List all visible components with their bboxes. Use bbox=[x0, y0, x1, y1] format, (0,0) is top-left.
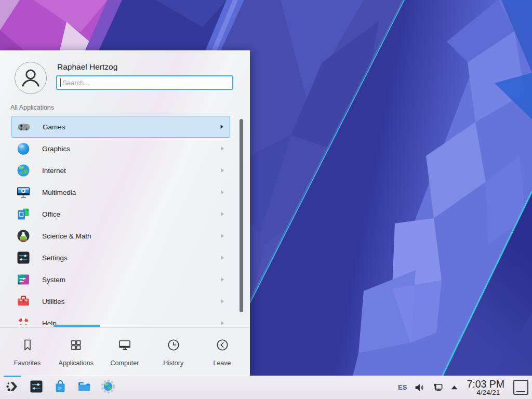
utilities-icon bbox=[16, 294, 31, 309]
history-icon bbox=[166, 337, 181, 355]
submenu-arrow-icon bbox=[220, 277, 224, 282]
category-item-office[interactable]: Office bbox=[11, 203, 230, 225]
digital-clock[interactable]: 7:03 PM 4/24/21 bbox=[467, 379, 504, 397]
taskbar: ES 7:03 PM bbox=[0, 376, 532, 399]
desktop: Raphael Hertzog All Applications GamesGr… bbox=[0, 0, 532, 399]
tab-label: Applications bbox=[59, 360, 94, 367]
category-item-science-math[interactable]: Science & Math bbox=[11, 225, 230, 247]
taskbar-file-manager-button[interactable] bbox=[76, 379, 92, 396]
games-icon bbox=[17, 119, 31, 134]
folder-icon bbox=[76, 379, 92, 396]
category-item-games[interactable]: Games bbox=[11, 116, 230, 138]
user-avatar[interactable] bbox=[15, 62, 47, 94]
category-item-graphics[interactable]: Graphics bbox=[11, 138, 230, 159]
taskbar-system-settings-button[interactable] bbox=[28, 379, 45, 396]
leave-icon bbox=[215, 337, 230, 355]
expand-tray-caret-icon[interactable] bbox=[450, 384, 458, 390]
category-label: Science & Math bbox=[42, 232, 91, 240]
taskbar-discover-button[interactable] bbox=[52, 379, 69, 396]
section-label: All Applications bbox=[10, 104, 54, 111]
tab-computer[interactable]: Computer bbox=[102, 328, 148, 376]
help-icon bbox=[16, 316, 31, 325]
tab-bar: FavoritesApplicationsComputerHistoryLeav… bbox=[0, 328, 249, 376]
web-browser-icon bbox=[100, 379, 116, 396]
clock-date: 4/24/21 bbox=[467, 389, 504, 396]
applications-icon bbox=[68, 337, 84, 355]
taskbar-launchers bbox=[0, 379, 116, 396]
favorites-icon bbox=[20, 337, 35, 355]
graphics-icon bbox=[16, 141, 31, 156]
launcher-header: Raphael Hertzog bbox=[0, 51, 249, 97]
kickoff-icon bbox=[5, 379, 20, 396]
user-icon bbox=[16, 63, 46, 93]
multimedia-icon bbox=[16, 185, 31, 200]
discover-icon bbox=[52, 379, 68, 396]
category-label: Office bbox=[42, 210, 60, 218]
scrollbar-thumb[interactable] bbox=[240, 119, 243, 312]
tab-leave[interactable]: Leave bbox=[199, 328, 245, 376]
category-label: Graphics bbox=[42, 145, 70, 153]
tab-applications[interactable]: Applications bbox=[53, 328, 99, 376]
category-item-help[interactable]: Help bbox=[11, 312, 230, 325]
science-icon bbox=[16, 229, 31, 243]
category-label: Utilities bbox=[42, 298, 65, 305]
show-desktop-button[interactable] bbox=[513, 380, 528, 395]
computer-icon bbox=[117, 337, 132, 355]
submenu-arrow-icon bbox=[220, 124, 224, 129]
category-label: Multimedia bbox=[42, 189, 76, 196]
system-settings-icon bbox=[29, 379, 44, 396]
taskbar-web-browser-button[interactable] bbox=[100, 379, 116, 396]
clock-time: 7:03 PM bbox=[467, 379, 504, 389]
internet-icon bbox=[16, 163, 31, 178]
settings-icon bbox=[16, 250, 31, 265]
submenu-arrow-icon bbox=[220, 321, 224, 325]
system-tray: ES 7:03 PM bbox=[398, 379, 532, 397]
search-field-wrap bbox=[56, 75, 233, 90]
text-cursor bbox=[60, 78, 61, 87]
category-label: System bbox=[42, 276, 65, 284]
category-item-internet[interactable]: Internet bbox=[11, 159, 230, 181]
search-input[interactable] bbox=[56, 75, 233, 90]
category-item-system[interactable]: System bbox=[11, 269, 230, 290]
application-launcher-menu: Raphael Hertzog All Applications GamesGr… bbox=[0, 50, 250, 376]
category-label: Games bbox=[43, 123, 65, 131]
tab-label: History bbox=[163, 360, 183, 367]
submenu-arrow-icon bbox=[220, 255, 224, 260]
tab-label: Computer bbox=[111, 360, 139, 367]
network-icon[interactable] bbox=[432, 381, 444, 393]
active-app-indicator bbox=[4, 376, 21, 377]
tab-history[interactable]: History bbox=[150, 328, 196, 376]
tab-label: Leave bbox=[213, 360, 231, 367]
category-label: Settings bbox=[42, 254, 68, 262]
submenu-arrow-icon bbox=[220, 146, 224, 151]
submenu-arrow-icon bbox=[220, 299, 224, 304]
category-item-multimedia[interactable]: Multimedia bbox=[11, 181, 230, 203]
submenu-arrow-icon bbox=[220, 211, 224, 217]
office-icon bbox=[16, 207, 31, 221]
category-list: GamesGraphicsInternetMultimediaOfficeSci… bbox=[0, 116, 249, 325]
category-label: Internet bbox=[42, 167, 66, 175]
category-item-utilities[interactable]: Utilities bbox=[11, 290, 230, 312]
system-icon bbox=[16, 272, 31, 287]
keyboard-layout-indicator[interactable]: ES bbox=[398, 383, 407, 391]
tab-label: Favorites bbox=[14, 360, 41, 367]
submenu-arrow-icon bbox=[220, 190, 224, 195]
submenu-arrow-icon bbox=[220, 233, 224, 238]
submenu-arrow-icon bbox=[220, 168, 224, 173]
taskbar-kickoff-launcher-button[interactable] bbox=[4, 379, 21, 396]
category-item-settings[interactable]: Settings bbox=[11, 247, 230, 269]
volume-icon[interactable] bbox=[414, 382, 425, 393]
active-tab-indicator bbox=[54, 325, 100, 327]
tab-favorites[interactable]: Favorites bbox=[4, 328, 50, 376]
user-name: Raphael Hertzog bbox=[57, 62, 117, 72]
